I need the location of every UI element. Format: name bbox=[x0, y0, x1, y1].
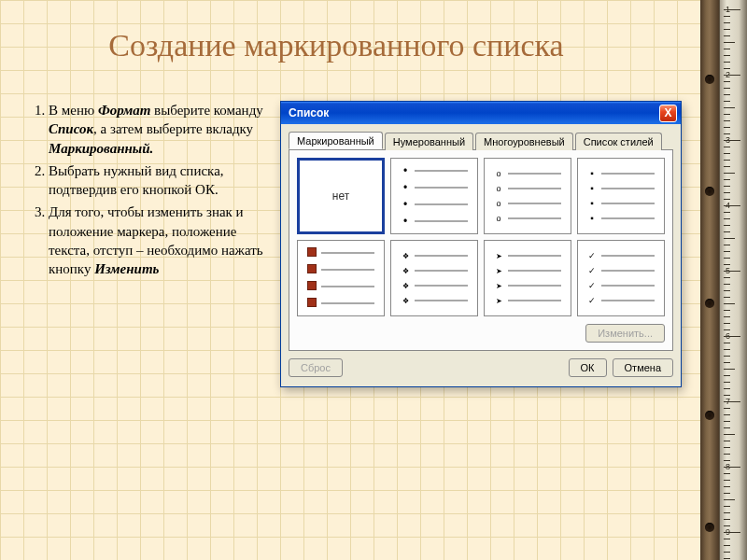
tab-multilevel[interactable]: Многоуровневый bbox=[475, 133, 573, 150]
style-none[interactable]: нет bbox=[297, 158, 385, 234]
tabs: Маркированный Нумерованный Многоуровневы… bbox=[289, 132, 673, 150]
dialog-wrapper: Список X Маркированный Нумерованный Мног… bbox=[280, 101, 682, 387]
dialog-buttons: Сброс ОК Отмена bbox=[289, 358, 673, 377]
bullet-disc-icon bbox=[401, 165, 410, 176]
ruler-decoration: 123456789 bbox=[719, 0, 747, 560]
style-arrow[interactable] bbox=[484, 240, 571, 316]
tab-panel: нет bbox=[289, 150, 673, 351]
bullet-style-grid: нет bbox=[297, 158, 665, 316]
tab-bulleted[interactable]: Маркированный bbox=[289, 132, 383, 149]
list-dialog: Список X Маркированный Нумерованный Мног… bbox=[280, 101, 682, 387]
bullet-circle-icon bbox=[494, 169, 503, 178]
instructions: В меню Формат выберите команду Список, а… bbox=[28, 101, 271, 387]
bullet-color-icon bbox=[307, 247, 317, 259]
none-label: нет bbox=[332, 189, 349, 203]
style-disc[interactable] bbox=[390, 158, 478, 234]
style-check[interactable] bbox=[577, 240, 665, 316]
bullet-diamond-icon bbox=[401, 251, 410, 260]
binder-decoration bbox=[700, 0, 719, 560]
instruction-item-1: В меню Формат выберите команду Список, а… bbox=[49, 101, 271, 158]
style-square[interactable] bbox=[577, 158, 665, 234]
slide: Создание маркированного списка В меню Фо… bbox=[0, 0, 700, 560]
bullet-arrow-icon bbox=[494, 251, 503, 260]
tab-stylelist[interactable]: Список стилей bbox=[575, 133, 662, 150]
ok-button[interactable]: ОК bbox=[569, 358, 607, 377]
dialog-title: Список bbox=[285, 106, 659, 119]
close-icon: X bbox=[664, 106, 671, 119]
bullet-check-icon bbox=[587, 251, 597, 260]
change-button[interactable]: Изменить... bbox=[585, 324, 665, 343]
dialog-body: Маркированный Нумерованный Многоуровневы… bbox=[281, 124, 681, 386]
close-button[interactable]: X bbox=[659, 105, 677, 122]
cancel-button[interactable]: Отмена bbox=[613, 358, 673, 377]
titlebar[interactable]: Список X bbox=[281, 102, 681, 124]
instruction-item-2: Выбрать нужный вид списка, подтвердив ег… bbox=[49, 161, 271, 200]
reset-button[interactable]: Сброс bbox=[289, 358, 343, 377]
slide-title: Создание маркированного списка bbox=[28, 28, 682, 63]
tab-numbered[interactable]: Нумерованный bbox=[385, 133, 473, 150]
style-circle[interactable] bbox=[484, 158, 571, 234]
style-diamond[interactable] bbox=[390, 240, 478, 316]
style-color[interactable] bbox=[297, 240, 385, 316]
panel-buttons: Изменить... bbox=[297, 324, 665, 343]
instruction-item-3: Для того, чтобы изменить знак и положени… bbox=[49, 203, 271, 278]
bullet-square-icon bbox=[587, 169, 597, 178]
content-columns: В меню Формат выберите команду Список, а… bbox=[28, 101, 682, 387]
